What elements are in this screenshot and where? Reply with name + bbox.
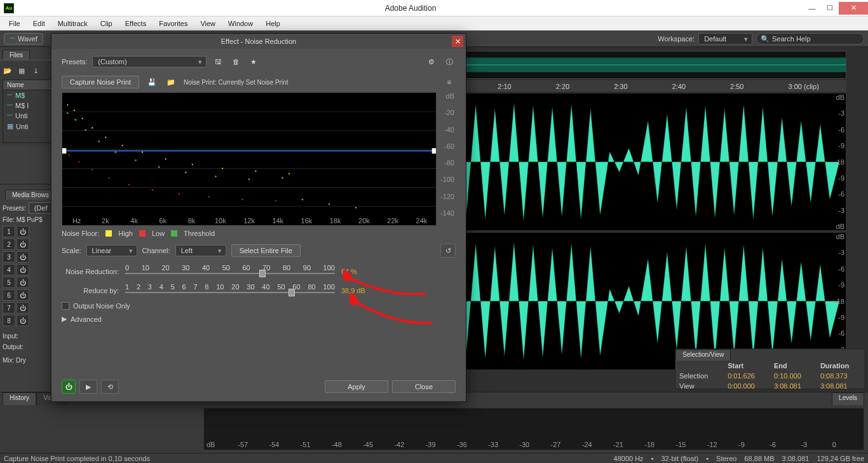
reduce-by-value[interactable]: 38,9 dB (341, 287, 365, 294)
rack-power[interactable]: ⏻ (17, 238, 29, 250)
rack-slot[interactable]: 6 (3, 289, 15, 301)
spectrum-y-axis: dB-20-40-60-80-100-120-140 (439, 92, 454, 217)
menu-window[interactable]: Window (222, 18, 259, 29)
window-maximize-button[interactable]: ☐ (821, 2, 839, 15)
svg-point-47 (179, 193, 180, 195)
delete-preset-icon[interactable]: 🗑 (229, 55, 242, 68)
svg-point-19 (115, 151, 117, 153)
menu-help[interactable]: Help (259, 18, 287, 29)
close-button[interactable]: Close (392, 380, 456, 393)
selection-start[interactable]: 0:01.626 (724, 371, 770, 381)
advanced-label[interactable]: Advanced (71, 315, 102, 323)
statusbar: Capture Noise Print completed in 0,10 se… (0, 453, 868, 463)
rack-power[interactable]: ⏻ (17, 315, 29, 326)
search-help-input[interactable]: 🔍Search Help (756, 33, 864, 45)
selection-end[interactable]: 0:10.000 (770, 371, 817, 381)
selection-duration[interactable]: 0:08.373 (817, 371, 865, 381)
presets-select[interactable]: (Custom) (92, 56, 207, 67)
svg-point-31 (81, 118, 83, 119)
status-duration: 3:08.081 (782, 455, 810, 462)
view-end[interactable]: 3:08.081 (770, 381, 817, 391)
rack-slot[interactable]: 7 (3, 302, 15, 314)
col-duration: Duration (817, 361, 865, 371)
open-file-icon[interactable]: 📂 (3, 66, 13, 76)
tab-media-browser[interactable]: Media Brows (5, 190, 56, 200)
channel-select[interactable]: Left (175, 245, 226, 256)
svg-point-28 (355, 207, 357, 209)
rack-power[interactable]: ⏻ (17, 302, 29, 314)
status-sample-rate: 48000 Hz (614, 455, 644, 462)
rack-power[interactable]: ⏻ (17, 264, 29, 275)
expand-icon[interactable]: ▶ (62, 315, 67, 323)
presets-label: Presets: (3, 205, 26, 212)
svg-point-50 (275, 200, 276, 202)
rack-slot[interactable]: 1 (3, 226, 15, 237)
settings-icon[interactable]: ⚙ (425, 55, 438, 68)
noise-reduction-value[interactable]: 64 % (341, 268, 357, 275)
favorite-icon[interactable]: ★ (247, 55, 260, 68)
view-start[interactable]: 0:00.000 (724, 381, 770, 391)
svg-point-42 (78, 161, 79, 162)
load-noise-print-icon[interactable]: 📁 (165, 76, 177, 88)
menu-edit[interactable]: Edit (27, 18, 51, 29)
rack-power[interactable]: ⏻ (17, 277, 29, 288)
svg-point-43 (92, 169, 93, 170)
tab-levels[interactable]: Levels (832, 392, 864, 405)
svg-rect-5 (62, 93, 436, 225)
dialog-close-button[interactable]: ✕ (452, 36, 463, 47)
rack-slot[interactable]: 5 (3, 277, 15, 288)
svg-point-29 (67, 104, 68, 106)
tab-files[interactable]: Files (3, 50, 30, 60)
window-close-button[interactable]: ✕ (839, 2, 868, 15)
rack-power[interactable]: ⏻ (17, 251, 29, 263)
rack-slot[interactable]: 8 (3, 315, 15, 326)
channel-label: Channel: (142, 247, 170, 254)
svg-point-38 (222, 168, 223, 169)
rack-power[interactable]: ⏻ (17, 226, 29, 237)
output-noise-only-checkbox[interactable] (62, 302, 69, 310)
svg-point-17 (85, 129, 86, 131)
window-minimize-button[interactable]: — (803, 2, 821, 15)
preview-play-button[interactable]: ▶ (79, 380, 97, 394)
menu-favorites[interactable]: Favorites (153, 18, 194, 29)
scale-label: Scale: (62, 247, 81, 254)
svg-point-41 (68, 155, 69, 156)
save-preset-icon[interactable]: 🖫 (212, 55, 224, 68)
loop-preview-button[interactable]: ⟲ (101, 380, 119, 394)
scale-select[interactable]: Linear (86, 245, 137, 256)
menu-view[interactable]: View (194, 18, 222, 29)
import-icon[interactable]: ⤓ (31, 66, 41, 76)
noise-reduction-slider[interactable]: 0102030405060708090100 (125, 264, 335, 279)
select-entire-file-button[interactable]: Select Entire File (231, 244, 301, 257)
noise-print-spectrum[interactable]: Hz2k4k6k8k10k12k14k16k18k20k22k24k (62, 92, 437, 226)
menu-clip[interactable]: Clip (94, 18, 119, 29)
graph-menu-icon[interactable]: ≡ (443, 76, 456, 88)
svg-point-26 (302, 198, 304, 200)
menu-effects[interactable]: Effects (119, 18, 153, 29)
apply-button[interactable]: Apply (325, 380, 388, 393)
svg-point-48 (208, 196, 210, 197)
rack-slot[interactable]: 3 (3, 251, 15, 263)
svg-point-34 (121, 145, 123, 146)
rack-power[interactable]: ⏻ (17, 289, 29, 301)
view-duration[interactable]: 3:08.081 (817, 381, 865, 391)
effect-power-toggle[interactable]: ⏻ (62, 380, 76, 394)
save-noise-print-icon[interactable]: 💾 (146, 76, 158, 88)
col-start: Start (724, 361, 770, 371)
reset-curve-button[interactable]: ↺ (440, 244, 456, 258)
tab-selection-view[interactable]: Selection/View (675, 349, 731, 361)
rack-slot[interactable]: 2 (3, 238, 15, 250)
rack-slot[interactable]: 4 (3, 264, 15, 275)
menu-multitrack[interactable]: Multitrack (51, 18, 94, 29)
dialog-title: Effect - Noise Reduction ✕ (51, 34, 466, 49)
workspace-select[interactable]: Default (698, 33, 752, 45)
svg-point-15 (67, 112, 69, 114)
info-icon[interactable]: ⓘ (443, 55, 456, 68)
reduce-by-slider[interactable]: 1234567810203040506080100 (125, 283, 335, 298)
tab-history[interactable]: History (3, 392, 36, 405)
spectrum-x-axis: Hz2k4k6k8k10k12k14k16k18k20k22k24k (62, 216, 436, 225)
menu-file[interactable]: File (3, 18, 27, 29)
new-file-icon[interactable]: ▦ (17, 66, 27, 76)
capture-noise-print-button[interactable]: Capture Noise Print (62, 76, 139, 88)
tab-waveform[interactable]: 〰Wavef (4, 33, 43, 45)
